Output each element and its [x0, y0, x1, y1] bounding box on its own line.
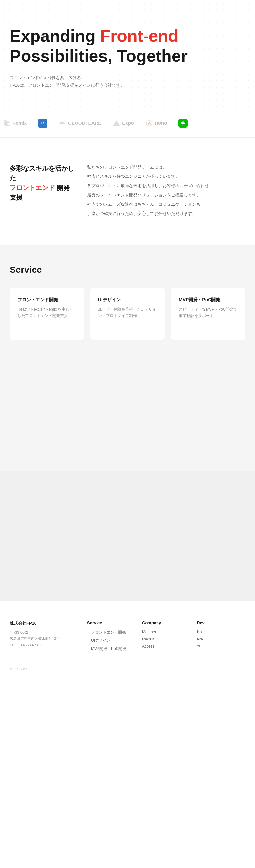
features-right: 私たちのフロントエンド開発チームには、 幅広いスキルを持つエンジニアが揃っていま…: [87, 163, 245, 219]
features-desc-1: 私たちのフロントエンド開発チームには、: [87, 163, 245, 172]
footer-address-line1: 広島県広島市西区楠木町1-13-11: [10, 637, 61, 641]
features-desc-6: 丁寧かつ確実に行うため、安心してお任せいただけます。: [87, 210, 245, 218]
footer-brand-name: 株式会社FP16: [10, 620, 74, 626]
hero-title-accent: Front-end: [100, 27, 179, 45]
footer-postal: 〒733-0002: [10, 630, 28, 634]
footer-link-recruit[interactable]: Recruit: [142, 637, 190, 642]
hero-subtitle-line1: フロントエンドの可能性を共に広げる。: [10, 74, 245, 82]
service-card-0-title: フロントエンド開発: [17, 297, 76, 303]
features-desc-5: 社内でのスムーズな連携はもちろん、コミュニケーションも: [87, 200, 245, 209]
service-card-1-desc: ユーザー体験を重視したUIデザイン・プロトタイプ制作: [98, 306, 157, 319]
logo-remix: Remix: [3, 120, 27, 127]
footer-link-pre[interactable]: Pre: [197, 637, 245, 642]
service-card-1: UIデザイン ユーザー体験を重視したUIデザイン・プロトタイプ制作: [90, 288, 165, 340]
footer-col-service: Service ・フロントエンド開発 ・UIデザイン ・MVP開発・PoC開発: [87, 620, 136, 654]
svg-text:🔥: 🔥: [147, 121, 151, 125]
logo-ts: TS: [38, 119, 47, 128]
logo-cloudflare-label: CLOUDFLARE: [68, 120, 101, 126]
logo-line: 💬: [179, 119, 187, 128]
tech-logos-bar: Remix TS CLOUDFLARE Expo 🔥 Hono 💬: [0, 108, 255, 138]
tech-logos-section: Remix TS CLOUDFLARE Expo 🔥 Hono 💬: [0, 108, 255, 138]
footer-link-fu[interactable]: フ: [197, 644, 245, 650]
features-label-line1: 多彩なスキルを活かした: [10, 163, 74, 183]
footer-link-access[interactable]: Access: [142, 644, 190, 649]
service-card-2: MVP開発・PoC開発 スピーディーなMVP・PoC開発で事業検証をサポート: [171, 288, 245, 340]
footer-link-ui[interactable]: ・UIデザイン: [87, 638, 136, 643]
features-label-red: フロントエンド: [10, 184, 55, 191]
hero-section: Expanding Front-end Possibilities, Toget…: [0, 0, 255, 108]
footer-col-dev-title: Dev: [197, 620, 245, 625]
hero-subtitle-line2: FP16は、フロントエンド開発支援をメインに行う会社です。: [10, 82, 245, 89]
footer-col-service-title: Service: [87, 620, 136, 625]
footer-tel: TEL：082-533-7317: [10, 643, 42, 647]
footer-link-member[interactable]: Member: [142, 630, 190, 634]
features-left: 多彩なスキルを活かした フロントエンド 開発支援: [10, 163, 74, 202]
logo-line-icon: 💬: [181, 121, 186, 125]
logo-ts-icon: TS: [41, 121, 45, 125]
service-card-0: フロントエンド開発 React / Next.js / Remix を中心とした…: [10, 288, 84, 340]
footer-col-company: Company Member Recruit Access: [142, 620, 190, 654]
hero-subtitle: フロントエンドの可能性を共に広げる。 FP16は、フロントエンド開発支援をメイン…: [10, 74, 245, 89]
logo-expo: Expo: [113, 120, 134, 127]
footer-link-mvp[interactable]: ・MVP開発・PoC開発: [87, 646, 136, 651]
features-label-line2: フロントエンド 開発支援: [10, 183, 74, 202]
footer-grid: 株式会社FP16 〒733-0002 広島県広島市西区楠木町1-13-11 TE…: [10, 620, 245, 654]
service-card-1-title: UIデザイン: [98, 297, 157, 303]
mid-section: [0, 471, 255, 601]
logo-remix-label: Remix: [12, 120, 27, 126]
features-section: 多彩なスキルを活かした フロントエンド 開発支援 私たちのフロントエンド開発チー…: [0, 138, 255, 245]
service-section: Service フロントエンド開発 React / Next.js / Remi…: [0, 245, 255, 471]
footer: 株式会社FP16 〒733-0002 広島県広島市西区楠木町1-13-11 TE…: [0, 601, 255, 681]
features-desc-4: 最良のフロントエンド開発ソリューションをご提案します。: [87, 191, 245, 199]
footer-copyright: © FP16 Inc.: [10, 667, 245, 671]
logo-cloudflare: CLOUDFLARE: [59, 120, 101, 126]
service-card-2-title: MVP開発・PoC開発: [179, 297, 238, 303]
logo-hono-label: Hono: [155, 120, 167, 126]
service-section-title: Service: [10, 265, 245, 275]
footer-brand-address: 〒733-0002 広島県広島市西区楠木町1-13-11 TEL：082-533…: [10, 629, 74, 649]
service-card-0-desc: React / Next.js / Remix を中心としたフロントエンド開発支…: [17, 306, 76, 319]
hero-title-text1: Expanding: [10, 27, 100, 45]
footer-col-dev: Dev No Pre フ: [197, 620, 245, 654]
features-desc-2: 幅広いスキルを持つエンジニアが揃っています。: [87, 173, 245, 181]
footer-col-company-title: Company: [142, 620, 190, 625]
hero-title: Expanding Front-end Possibilities, Toget…: [10, 26, 245, 66]
service-card-2-desc: スピーディーなMVP・PoC開発で事業検証をサポート: [179, 306, 238, 319]
footer-link-no[interactable]: No: [197, 630, 245, 634]
hero-title-text2: Possibilities, Together: [10, 46, 187, 65]
features-desc-3: 各プロジェクトに最適な技術を活用し、お客様のニーズに合わせ: [87, 182, 245, 190]
logo-hono: 🔥 Hono: [146, 120, 167, 127]
footer-link-frontend[interactable]: ・フロントエンド開発: [87, 630, 136, 635]
footer-brand: 株式会社FP16 〒733-0002 広島県広島市西区楠木町1-13-11 TE…: [10, 620, 81, 654]
logo-expo-label: Expo: [122, 120, 134, 126]
service-cards-grid: フロントエンド開発 React / Next.js / Remix を中心とした…: [10, 288, 245, 340]
